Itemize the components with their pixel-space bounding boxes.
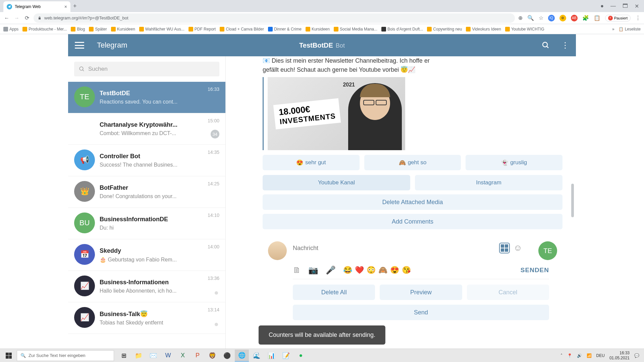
reaction-button[interactable]: 👻gruslig (466, 155, 562, 170)
chat-list-item[interactable]: 📈 Business-Talk😇 Tobias hat Skeddy entfe… (68, 302, 225, 334)
bookmark-item[interactable]: Dinner & Crime (268, 27, 302, 32)
quick-emoji[interactable]: ❤️ (355, 266, 364, 275)
scrollbar[interactable] (571, 184, 574, 217)
task-view-icon[interactable]: ⊞ (117, 350, 131, 362)
chat-list-item[interactable]: 📈 Business-Informationen Hallo liebe Abo… (68, 271, 225, 302)
app-icon[interactable]: 📊 (264, 350, 278, 362)
bookmarks-overflow[interactable]: » (612, 27, 614, 32)
forward-button[interactable]: → (13, 15, 20, 21)
quick-emoji[interactable]: 😘 (402, 266, 411, 275)
bookmark-item[interactable]: Blog (71, 27, 85, 32)
message-input[interactable] (293, 245, 495, 252)
spotify-icon[interactable]: ● (294, 350, 308, 362)
emoji-picker-icon[interactable]: ☺ (513, 243, 522, 253)
reload-button[interactable]: ⟳ (23, 15, 30, 21)
keyboard-icon[interactable] (499, 243, 510, 253)
new-tab-button[interactable]: + (73, 3, 77, 10)
powerpoint-icon[interactable]: P (191, 350, 205, 362)
camera-icon[interactable]: 📷 (308, 265, 318, 275)
brave-icon[interactable]: 🦁 (205, 350, 219, 362)
microphone-icon[interactable]: 🎤 (326, 265, 336, 275)
bookmark-item[interactable]: Bois d'Argent Duft... (381, 27, 423, 32)
taskbar-search[interactable]: 🔍 Zur Suche Text hier eingeben (17, 350, 114, 361)
chrome-icon[interactable]: 🌐 (235, 350, 249, 362)
apps-button[interactable]: Apps (3, 27, 18, 32)
minimize-icon[interactable]: — (610, 3, 616, 9)
chat-name: Skeddy (100, 247, 219, 254)
mail-icon[interactable]: ✉️ (146, 350, 160, 362)
quick-emoji[interactable]: 😳 (367, 266, 376, 275)
bookmark-item[interactable]: Videokurs Ideen (466, 27, 501, 32)
reading-list-icon[interactable]: 📋 (594, 15, 600, 21)
bookmark-item[interactable]: Youtube WICHTIG (505, 27, 544, 32)
back-button[interactable]: ← (3, 15, 10, 21)
chat-list-item[interactable]: BU BusinessInformationDE Du: hi 14:10 (68, 208, 225, 239)
add-comments-button[interactable]: Add Comments (263, 214, 562, 229)
volume-icon[interactable]: 🔊 (577, 353, 582, 358)
extension-icon[interactable]: AB (571, 15, 578, 21)
link-button[interactable]: Instagram (415, 175, 562, 190)
bookmark-item[interactable]: Später (89, 27, 107, 32)
chat-list-item[interactable]: ₿ Chartanalyse Kryptowähr... Combot: Wil… (68, 113, 225, 145)
wifi-icon[interactable]: 📶 (587, 353, 592, 358)
bookmark-item[interactable]: Produktsuche - Mer... (22, 27, 67, 32)
language-indicator[interactable]: DEU (596, 353, 605, 358)
zoom-icon[interactable]: 🔍 (527, 15, 534, 21)
chat-list-item[interactable]: TE TestBotDE Reactions saved. You can co… (68, 82, 225, 113)
preview-button[interactable]: Preview (380, 285, 462, 300)
delete-all-button[interactable]: Delete All (293, 285, 375, 300)
bookmark-item[interactable]: Social Media Mana... (334, 27, 377, 32)
word-icon[interactable]: W (161, 350, 175, 362)
extension-icon[interactable]: ⚙ (559, 15, 566, 21)
delete-media-button[interactable]: Delete Attached Media (263, 194, 562, 210)
explorer-icon[interactable]: 📁 (131, 350, 146, 362)
bookmark-item[interactable]: Kursideen (111, 27, 135, 32)
account-icon[interactable]: ● (600, 3, 604, 9)
reaction-button[interactable]: 😍sehr gut (263, 155, 360, 170)
quick-emoji[interactable]: 🙈 (378, 266, 387, 275)
install-icon[interactable]: ⊕ (518, 15, 523, 21)
bookmark-item[interactable]: Kursideen (306, 27, 330, 32)
cancel-button[interactable]: Cancel (467, 285, 549, 300)
clock[interactable]: 16:33 01.05.2021 (609, 351, 630, 360)
search-icon[interactable] (542, 41, 550, 49)
start-button[interactable] (1, 350, 16, 362)
bookmark-item[interactable]: Wahlfächer WU Aus... (139, 27, 184, 32)
bookmark-item[interactable]: PDF Report (189, 27, 216, 32)
tray-chevron-icon[interactable]: ˄ (560, 353, 562, 358)
notification-icon[interactable]: 💬 (634, 353, 639, 358)
obs-icon[interactable]: ⚫ (220, 350, 234, 362)
close-icon[interactable]: × (64, 4, 67, 9)
reading-list-button[interactable]: 📋 Leseliste (619, 27, 641, 32)
edge-icon[interactable]: 🌊 (250, 350, 264, 362)
bookmark-star-icon[interactable]: ☆ (539, 15, 543, 21)
media-preview[interactable]: 18.000€ INVESTMENTS 2021 (263, 77, 562, 150)
quick-emoji[interactable]: 😂 (343, 266, 352, 275)
maximize-icon[interactable]: 🗖 (623, 3, 628, 9)
url-input[interactable]: web.telegram.org/#/im?p=@TestBotDE_bot (34, 13, 515, 23)
chat-list-item[interactable]: 👑 BotFather Done! Congratulations on you… (68, 176, 225, 208)
send-button[interactable]: Send (293, 305, 549, 320)
bookmark-item[interactable]: Copywriting neu (427, 27, 462, 32)
chat-list-item[interactable]: 📅 Skeddy 🎂 Geburtstag von Fabio Rem... 1… (68, 239, 225, 271)
chat-header-title[interactable]: TestBotDE Bot (299, 42, 345, 49)
close-window-icon[interactable]: ✕ (635, 3, 639, 9)
hamburger-menu-icon[interactable] (75, 42, 84, 49)
excel-icon[interactable]: X (176, 350, 190, 362)
reaction-button[interactable]: 🙈geht so (364, 155, 461, 170)
search-input[interactable]: Suchen (74, 62, 219, 76)
notepad-icon[interactable]: 📝 (279, 350, 293, 362)
link-button[interactable]: Youtube Kanal (263, 175, 410, 190)
browser-tab[interactable]: Telegram Web × (3, 1, 70, 12)
kebab-menu-icon[interactable]: ⋮ (561, 41, 569, 50)
chat-list-item[interactable]: 📢 Controller Bot Success! The channel Bu… (68, 145, 225, 176)
location-icon[interactable]: 📍 (567, 353, 572, 358)
profile-paused[interactable]: T Pausiert (605, 15, 631, 21)
attach-file-icon[interactable]: 🗎 (293, 265, 301, 275)
extensions-icon[interactable]: 🧩 (582, 15, 589, 21)
send-button[interactable]: SENDEN (521, 266, 549, 274)
quick-emoji[interactable]: 😍 (390, 266, 399, 275)
menu-icon[interactable]: ⋮ (635, 15, 641, 21)
extension-icon[interactable]: IQ (548, 15, 555, 21)
bookmark-item[interactable]: Cload + Canva Bilder (220, 27, 264, 32)
